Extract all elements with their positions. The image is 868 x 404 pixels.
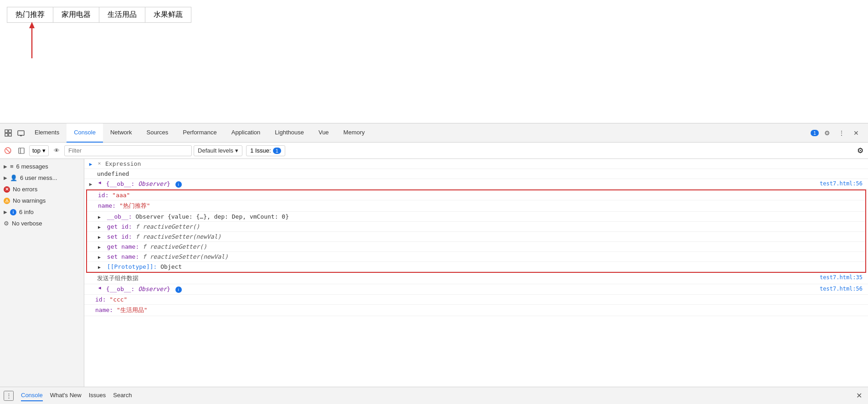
observer-link-1[interactable]: test7.html:56 bbox=[820, 180, 866, 187]
prop-set-id-expand-icon[interactable]: ▶ bbox=[98, 235, 103, 240]
sidebar-item-verbose[interactable]: ⚙ No verbose bbox=[0, 218, 84, 229]
expression-label: Expression bbox=[103, 160, 866, 167]
tab-appliance[interactable]: 家用电器 bbox=[53, 7, 99, 23]
undefined-value: undefined bbox=[95, 170, 866, 177]
sidebar-messages-label: 6 messages bbox=[16, 163, 48, 170]
svg-rect-4 bbox=[9, 130, 11, 133]
context-label: top bbox=[32, 147, 41, 154]
prop-id-ccc-row: id: "ccc" bbox=[84, 295, 868, 305]
info-icon: i bbox=[10, 209, 16, 215]
prop-set-id-row: ▶ set id: f reactiveSetter(newVal) bbox=[87, 232, 865, 242]
tab-hot[interactable]: 热门推荐 bbox=[7, 7, 53, 23]
sidebar-item-user-messages[interactable]: ▶ 👤 6 user mess... bbox=[0, 172, 84, 184]
observer-header-2-label: ▼ {__ob__: Observer} i bbox=[95, 286, 820, 293]
devtools-tab-list: Elements Console Network Sources Perform… bbox=[27, 123, 811, 143]
sidebar-item-errors[interactable]: ✕ No errors bbox=[0, 184, 84, 195]
prop-ob-key: __ob__: bbox=[107, 213, 136, 220]
prop-ob-row: ▶ __ob__: Observer {value: {…}, dep: Dep… bbox=[87, 212, 865, 222]
row-arrow-icon: ▶ bbox=[86, 161, 95, 167]
tab-application[interactable]: Application bbox=[224, 123, 268, 143]
close-devtools-icon[interactable]: ✕ bbox=[850, 127, 863, 139]
issues-badge[interactable]: 1 bbox=[811, 130, 819, 136]
devtools-panel: Elements Console Network Sources Perform… bbox=[0, 123, 868, 404]
sidebar-user-label: 6 user mess... bbox=[20, 174, 57, 181]
tab-lighthouse[interactable]: Lighthouse bbox=[267, 123, 311, 143]
prop-get-name-expand-icon[interactable]: ▶ bbox=[98, 245, 103, 250]
svg-rect-3 bbox=[5, 133, 8, 136]
bottom-tab-issues[interactable]: Issues bbox=[89, 390, 106, 401]
expression-row: ▶ ✕ Expression bbox=[84, 159, 868, 169]
sidebar-errors-label: No errors bbox=[13, 186, 37, 193]
prop-set-name-expand-icon[interactable]: ▶ bbox=[98, 255, 103, 260]
bottom-more-icon[interactable]: ⋮ bbox=[4, 391, 14, 401]
svg-rect-8 bbox=[19, 148, 24, 153]
svg-rect-7 bbox=[20, 135, 22, 136]
ob-2-label: {__ob__: Observer} bbox=[106, 286, 170, 292]
eye-icon[interactable]: 👁 bbox=[51, 145, 62, 157]
devtools-tabs-bar: Elements Console Network Sources Perform… bbox=[0, 123, 868, 143]
observer-2-info-icon[interactable]: i bbox=[175, 286, 182, 293]
sidebar-warnings-label: No warnings bbox=[13, 197, 46, 204]
bottom-tab-search[interactable]: Search bbox=[113, 390, 132, 401]
prop-get-name-value: f reactiveGetter() bbox=[143, 243, 207, 250]
issue-badge[interactable]: 1 Issue: 1 bbox=[246, 145, 285, 156]
svg-marker-1 bbox=[29, 22, 35, 28]
prop-ob-value: Observer {value: {…}, dep: Dep, vmCount:… bbox=[135, 213, 289, 220]
issue-text: 1 Issue: bbox=[250, 147, 271, 154]
bottom-close-icon[interactable]: ✕ bbox=[853, 390, 864, 401]
prop-get-id-row: ▶ get id: f reactiveGetter() bbox=[87, 222, 865, 232]
tab-memory[interactable]: Memory bbox=[336, 123, 372, 143]
observer-info-icon[interactable]: i bbox=[175, 181, 182, 188]
default-levels-button[interactable]: Default levels ▾ bbox=[194, 145, 242, 156]
prop-get-id-expand-icon[interactable]: ▶ bbox=[98, 225, 103, 230]
tab-console[interactable]: Console bbox=[67, 123, 103, 143]
tab-elements[interactable]: Elements bbox=[27, 123, 67, 143]
tab-performance[interactable]: Performance bbox=[175, 123, 224, 143]
prop-ob-content: ▶ __ob__: Observer {value: {…}, dep: Dep… bbox=[96, 213, 863, 220]
console-settings-icon[interactable]: ⚙ bbox=[854, 145, 866, 157]
prop-prototype-expand-icon[interactable]: ▶ bbox=[98, 265, 103, 270]
toggle-sidebar-icon[interactable] bbox=[15, 145, 27, 157]
tab-fruit[interactable]: 水果鲜蔬 bbox=[145, 7, 191, 23]
expand-triangle-2-icon[interactable]: ▼ bbox=[98, 287, 103, 292]
prop-name-living-content: name: "生活用品" bbox=[93, 306, 866, 314]
prop-set-id-key: set id: bbox=[107, 233, 136, 240]
tab-daily[interactable]: 生活用品 bbox=[99, 7, 145, 23]
sidebar-arrow-icon: ▶ bbox=[4, 164, 7, 169]
settings-icon[interactable]: ⚙ bbox=[821, 127, 833, 139]
bottom-tab-whats-new[interactable]: What's New bbox=[50, 390, 82, 401]
bottom-tab-console[interactable]: Console bbox=[21, 390, 43, 401]
sidebar-item-info[interactable]: ▶ i 6 info bbox=[0, 206, 84, 218]
prop-get-name-key: get name: bbox=[107, 243, 143, 250]
tab-vue[interactable]: Vue bbox=[311, 123, 336, 143]
prop-id-ccc-value: "ccc" bbox=[109, 296, 127, 303]
expression-close-icon[interactable]: ✕ bbox=[95, 160, 103, 166]
tab-network[interactable]: Network bbox=[103, 123, 139, 143]
svg-rect-5 bbox=[9, 133, 11, 136]
filter-input[interactable] bbox=[64, 145, 192, 156]
observer-header-row: ▶ ▼ {__ob__: Observer} i test7.html:56 bbox=[84, 179, 868, 189]
prop-id-row: id: "aaa" bbox=[87, 190, 865, 200]
svg-rect-6 bbox=[18, 131, 24, 135]
devtools-right-icons: 1 ⚙ ⋮ ✕ bbox=[811, 127, 866, 139]
context-selector[interactable]: top ▾ bbox=[29, 145, 49, 156]
tab-sources[interactable]: Sources bbox=[139, 123, 176, 143]
responsive-icon[interactable] bbox=[15, 127, 27, 139]
clear-console-icon[interactable]: 🚫 bbox=[2, 145, 14, 157]
sidebar-item-messages[interactable]: ▶ ≡ 6 messages bbox=[0, 161, 84, 172]
sidebar-item-warnings[interactable]: ⚠ No warnings bbox=[0, 195, 84, 206]
prop-name-row: name: "热门推荐" bbox=[87, 200, 865, 212]
highlighted-section: id: "aaa" name: "热门推荐" ▶ __ob__: bbox=[86, 189, 866, 273]
more-options-icon[interactable]: ⋮ bbox=[835, 127, 848, 139]
sidebar-verbose-label: No verbose bbox=[12, 220, 42, 227]
inspect-element-icon[interactable] bbox=[2, 127, 15, 139]
observer-expand-icon[interactable]: ▶ bbox=[86, 181, 95, 187]
chinese-link[interactable]: test7.html:35 bbox=[820, 274, 866, 281]
console-output: ▶ ✕ Expression undefined ▶ ▼ {__ob__: Ob… bbox=[84, 159, 868, 387]
prop-ob-expand-icon[interactable]: ▶ bbox=[98, 215, 103, 220]
prop-prototype-row: ▶ [[Prototype]]: Object bbox=[87, 262, 865, 272]
prop-id-ccc-key: id: bbox=[95, 296, 109, 303]
svg-rect-2 bbox=[5, 130, 8, 133]
expand-triangle-icon[interactable]: ▼ bbox=[98, 182, 103, 187]
observer-link-2[interactable]: test7.html:56 bbox=[820, 286, 866, 292]
